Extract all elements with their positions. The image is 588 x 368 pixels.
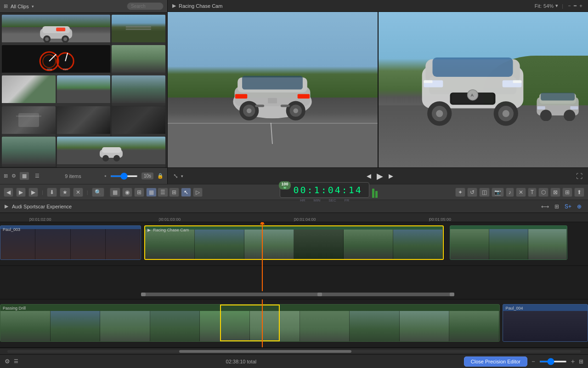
music-tool[interactable]: ♪ (506, 188, 514, 197)
connection-handle-mid[interactable] (317, 293, 322, 296)
svg-point-33 (294, 109, 299, 114)
thumb-11[interactable] (2, 137, 56, 167)
svg-rect-8 (126, 29, 151, 30)
thumb-8[interactable] (2, 106, 56, 137)
tl-ctrl-4[interactable]: ⊕ (575, 202, 583, 211)
play-btn-toolbar[interactable]: ▶ (16, 188, 26, 197)
favorite-icon[interactable]: ★ (60, 188, 70, 197)
thumb-7[interactable] (112, 75, 165, 106)
size-slider[interactable] (110, 175, 138, 177)
list-icon-bottom[interactable]: ☰ (14, 358, 18, 364)
zoom-in-icon[interactable]: ＋ (570, 357, 576, 366)
delete-tool[interactable]: ✕ (516, 188, 526, 197)
thumb-4[interactable] (112, 45, 165, 75)
view-opt3[interactable]: ⊞ (169, 188, 179, 197)
connection-handle-left[interactable] (141, 293, 146, 296)
thumb-5[interactable] (2, 75, 56, 106)
zoom-fit-btn[interactable]: ⊞ (579, 358, 583, 365)
fwd-btn[interactable]: ▶ (28, 188, 38, 197)
clip-appearance-btn[interactable]: ▦ (110, 188, 120, 197)
thumb-10[interactable] (112, 106, 165, 137)
meter-bar-2 (375, 191, 378, 197)
fit-dropdown-icon[interactable]: ▾ (555, 3, 558, 9)
view-opt1[interactable]: ▦ (146, 188, 157, 197)
tl-ctrl-2[interactable]: ⊞ (553, 202, 561, 211)
share-tool[interactable]: ⬆ (574, 188, 584, 197)
settings-icon-bottom[interactable]: ⚙ (5, 358, 10, 365)
clip-passing-drill[interactable]: Passing Drill (0, 304, 500, 342)
thumb-2[interactable] (112, 15, 165, 45)
connection-bar (144, 293, 453, 296)
prev-frame-btn[interactable]: ◀ (367, 172, 371, 179)
audio-meter (372, 187, 378, 198)
timecode-display[interactable]: 00:1:04:14 (280, 182, 369, 198)
scroll-track[interactable] (7, 350, 581, 353)
speed-value: 100 (281, 182, 288, 186)
tl-ctrl-3[interactable]: S+ (563, 202, 573, 211)
view-toggle-list[interactable]: ☰ (33, 172, 42, 180)
svg-rect-19 (102, 147, 121, 153)
svg-rect-16 (18, 113, 39, 127)
svg-rect-61 (537, 106, 545, 109)
view-options: ▦ ☰ ⊞ (146, 188, 179, 197)
enhance-tool[interactable]: ✦ (455, 188, 465, 197)
reject-icon[interactable]: ✕ (73, 188, 83, 197)
view-plus-icon[interactable]: ＋ (578, 2, 583, 9)
import-icon[interactable]: ⬇ (47, 188, 57, 197)
frame-passing-3 (100, 311, 150, 342)
view-opt2[interactable]: ☰ (158, 188, 168, 197)
scroll-thumb[interactable] (179, 350, 351, 353)
zoom-out-icon[interactable]: － (530, 357, 537, 366)
camera-tool[interactable]: 📷 (492, 188, 504, 197)
preview-header: ▶ Racing Chase Cam Fit: 54% ▾ | － ━ ＋ (168, 0, 588, 12)
clip-audio-btn[interactable]: ⊞ (134, 188, 144, 197)
tl-ctrl-1[interactable]: ⟷ (539, 202, 551, 211)
view-slider[interactable]: ━ (574, 3, 577, 8)
clip-solo-btn[interactable]: ◉ (122, 188, 132, 197)
preview-clip-title: Racing Chase Cam (179, 3, 222, 9)
svg-rect-36 (268, 98, 277, 104)
transition-tool[interactable]: ⊞ (562, 188, 572, 197)
title-tool[interactable]: T (528, 188, 537, 197)
clip-paul-004[interactable]: Paul_004 (503, 304, 588, 342)
clip-racing-chase-cam[interactable]: ▶ Racing Chase Cam (144, 225, 444, 260)
thumb-9[interactable] (57, 106, 111, 137)
view-toggle-grid[interactable]: ▦ (20, 172, 29, 180)
close-precision-btn[interactable]: Close Precision Editor (464, 356, 527, 367)
clip-paul-003[interactable]: Paul_003 (0, 225, 141, 260)
zoom-dropdown-icon[interactable]: ▾ (181, 174, 183, 178)
play-pause-btn[interactable]: ▶ (377, 171, 383, 181)
select-tool[interactable]: ↖ (181, 188, 191, 197)
svg-rect-26 (235, 94, 247, 99)
timeline-zoom-slider[interactable] (539, 361, 567, 362)
effect-tool[interactable]: ⬡ (538, 188, 548, 197)
settings-icon[interactable]: ⚙ (11, 173, 16, 179)
svg-point-59 (540, 110, 552, 121)
filter-tool[interactable]: ⊠ (550, 188, 560, 197)
search-input[interactable] (127, 2, 164, 10)
clip-racing-right[interactable] (450, 225, 567, 260)
ruler-inner: 00:01:02:00 00:01:03:00 00:01:04:00 00:0… (0, 213, 588, 222)
fullscreen-btn[interactable]: ⛶ (576, 172, 582, 180)
preview-icon: ▶ (172, 3, 176, 9)
media-browser-title: All Clips (11, 4, 29, 9)
rotate-tool[interactable]: ↺ (467, 188, 477, 197)
dropdown-icon: ▾ (32, 4, 34, 9)
preview-screen-left (168, 12, 378, 167)
clip-trim-tool[interactable]: ◫ (479, 188, 490, 197)
fit-label: Fit: (535, 3, 542, 9)
thumb-12[interactable] (57, 137, 165, 167)
thumb-6[interactable] (57, 75, 111, 106)
frame-passing-1 (0, 311, 51, 342)
project-icon: ▶ (5, 203, 8, 209)
filmstrip-paul004 (503, 311, 588, 342)
frame-passing-9 (400, 311, 450, 342)
view-minus-icon[interactable]: － (567, 2, 572, 9)
next-frame-btn[interactable]: ▶ (389, 172, 393, 179)
back-btn[interactable]: ◀ (4, 188, 13, 197)
clip-actions-icon[interactable]: 🔍 (92, 188, 104, 197)
svg-point-21 (113, 155, 120, 161)
trim-tool[interactable]: ▷ (193, 188, 203, 197)
zoom-fit-icon[interactable]: ⤡ (173, 172, 178, 179)
connection-handle-right[interactable] (450, 293, 454, 296)
